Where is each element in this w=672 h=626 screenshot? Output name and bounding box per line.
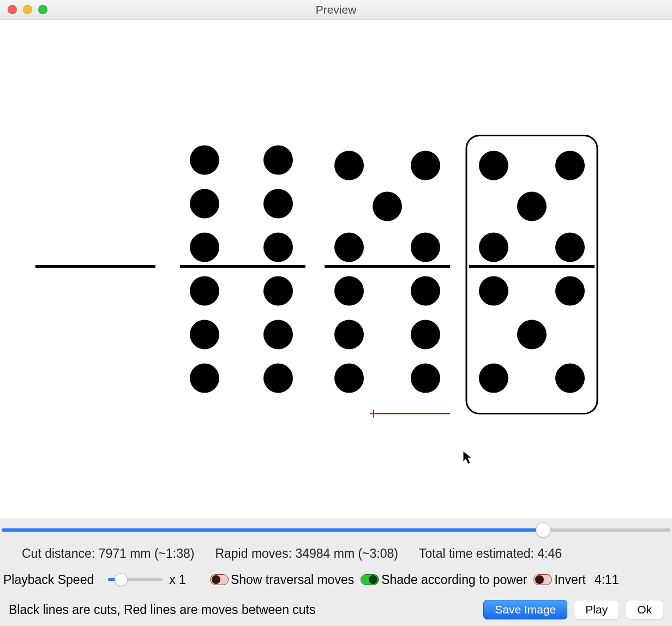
svg-point-40: [555, 364, 585, 393]
svg-point-23: [411, 276, 440, 306]
svg-point-12: [263, 320, 293, 350]
svg-point-38: [517, 320, 547, 350]
domino-6-6: [180, 146, 305, 393]
svg-point-36: [479, 276, 508, 306]
play-button[interactable]: Play: [574, 600, 619, 619]
svg-point-37: [555, 276, 585, 306]
svg-point-6: [263, 189, 293, 219]
window-controls: [8, 5, 47, 14]
bottom-row: Black lines are cuts, Red lines are move…: [0, 593, 672, 626]
svg-point-35: [555, 233, 585, 262]
svg-point-34: [479, 233, 508, 262]
domino-5-6: [325, 151, 450, 418]
minimize-icon[interactable]: [23, 5, 32, 14]
svg-point-4: [190, 233, 219, 262]
time-display: 4:11: [595, 573, 619, 587]
close-icon[interactable]: [8, 5, 17, 14]
domino-5-5: [466, 136, 597, 414]
svg-point-18: [334, 233, 364, 262]
svg-point-17: [373, 192, 402, 221]
toggle-shade[interactable]: Shade according to power: [361, 573, 527, 587]
toggle-traversal[interactable]: Show traversal moves: [210, 573, 354, 587]
svg-point-2: [190, 146, 219, 175]
zoom-icon[interactable]: [38, 5, 47, 14]
svg-point-16: [411, 151, 440, 180]
preview-svg: [0, 20, 672, 519]
svg-point-13: [263, 364, 293, 393]
svg-point-15: [334, 151, 364, 180]
ok-button[interactable]: Ok: [626, 600, 663, 619]
rapid-moves-label: Rapid moves: 34984 mm (~3:08): [215, 546, 398, 561]
titlebar: Preview: [0, 0, 672, 20]
total-time-label: Total time estimated: 4:46: [419, 546, 562, 561]
svg-point-32: [555, 151, 585, 180]
stats-row: Cut distance: 7971 mm (~1:38) Rapid move…: [0, 541, 672, 566]
timeline-slider[interactable]: [2, 525, 670, 535]
svg-point-31: [479, 151, 508, 180]
window-title: Preview: [0, 3, 672, 16]
svg-point-21: [334, 320, 364, 350]
svg-point-7: [263, 233, 293, 262]
svg-point-22: [334, 364, 364, 393]
svg-point-19: [411, 233, 440, 262]
playback-speed-value: x 1: [169, 573, 186, 587]
svg-point-3: [190, 189, 219, 219]
svg-point-8: [190, 276, 219, 306]
cut-distance-label: Cut distance: 7971 mm (~1:38): [22, 546, 194, 561]
svg-point-39: [479, 364, 508, 393]
preview-window: Preview: [0, 0, 672, 626]
svg-point-33: [517, 192, 547, 221]
toggle-invert-label: Invert: [554, 573, 586, 587]
svg-point-24: [411, 320, 440, 350]
svg-point-9: [190, 320, 219, 350]
playback-speed-slider[interactable]: [108, 574, 163, 585]
playback-speed-label: Playback Speed: [3, 573, 94, 587]
toggle-traversal-label: Show traversal moves: [231, 573, 354, 587]
toggle-shade-label: Shade according to power: [381, 573, 527, 587]
svg-point-10: [190, 364, 219, 393]
timeline-row: [0, 519, 672, 541]
preview-canvas[interactable]: [0, 20, 672, 519]
toggle-invert[interactable]: Invert: [533, 573, 586, 587]
save-image-button[interactable]: Save Image: [483, 600, 567, 619]
legend-text: Black lines are cuts, Red lines are move…: [9, 603, 316, 617]
controls-row: Playback Speed x 1 Show traversal moves …: [0, 566, 672, 593]
svg-point-20: [334, 276, 364, 306]
svg-point-25: [411, 364, 440, 393]
svg-point-11: [263, 276, 293, 306]
svg-point-5: [263, 146, 293, 175]
